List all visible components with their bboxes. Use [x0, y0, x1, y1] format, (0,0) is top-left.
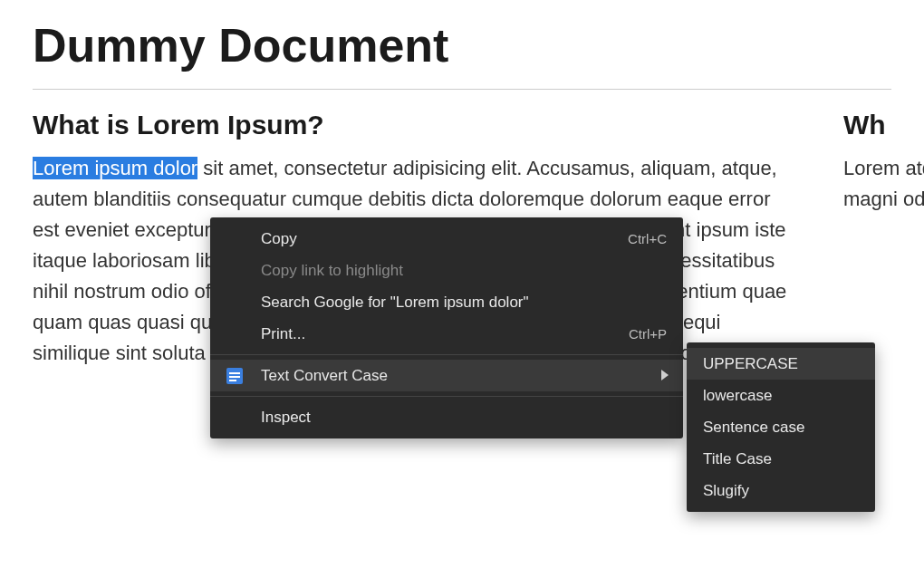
- menu-item-copy-link-highlight: Copy link to highlight: [210, 255, 683, 286]
- context-menu[interactable]: Copy Ctrl+C Copy link to highlight Searc…: [210, 217, 683, 438]
- shortcut-copy: Ctrl+C: [628, 231, 667, 246]
- page-title: Dummy Document: [33, 18, 891, 72]
- submenu-item-slugify[interactable]: Slugify: [687, 475, 875, 506]
- right-column: Wh Lorem atque dolor harum magni odio: [843, 110, 924, 369]
- horizontal-rule: [33, 89, 891, 90]
- section-heading-right: Wh: [843, 110, 924, 140]
- submenu-arrow-icon: [661, 367, 669, 385]
- svg-rect-2: [229, 376, 240, 378]
- menu-item-print[interactable]: Print... Ctrl+P: [210, 318, 683, 350]
- svg-rect-1: [229, 372, 240, 374]
- menu-item-copy[interactable]: Copy Ctrl+C: [210, 223, 683, 255]
- submenu-item-title-case[interactable]: Title Case: [687, 443, 875, 475]
- menu-item-search-google[interactable]: Search Google for "Lorem ipsum dolor": [210, 286, 683, 318]
- shortcut-print: Ctrl+P: [629, 326, 667, 342]
- svg-rect-3: [229, 380, 236, 381]
- text-convert-icon: [225, 366, 245, 386]
- menu-separator: [210, 354, 683, 355]
- menu-separator: [210, 396, 683, 397]
- body-paragraph-right: Lorem atque dolor harum magni odio: [843, 153, 924, 215]
- submenu-text-convert[interactable]: UPPERCASE lowercase Sentence case Title …: [687, 342, 875, 512]
- menu-item-inspect[interactable]: Inspect: [210, 401, 683, 433]
- submenu-item-uppercase[interactable]: UPPERCASE: [687, 348, 875, 380]
- menu-item-text-convert-case[interactable]: Text Convert Case: [210, 360, 683, 391]
- section-heading-left: What is Lorem Ipsum?: [33, 110, 798, 140]
- submenu-item-lowercase[interactable]: lowercase: [687, 380, 875, 411]
- submenu-item-sentence-case[interactable]: Sentence case: [687, 411, 875, 443]
- selected-text[interactable]: Lorem ipsum dolor: [33, 157, 197, 179]
